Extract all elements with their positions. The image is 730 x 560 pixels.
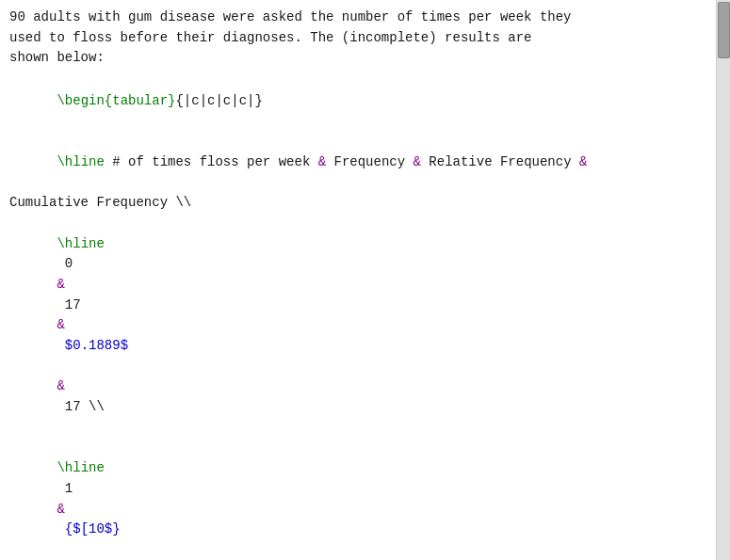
latex-begin-arg: {|c|c|c|c|} xyxy=(175,93,262,108)
hline-kw-header: \hline xyxy=(57,154,104,169)
row-0-cum: 17 \\ xyxy=(57,399,104,414)
scrollbar[interactable] xyxy=(716,0,730,560)
hline-0: \hline xyxy=(57,236,104,251)
header-col3: Relative Frequency xyxy=(421,154,579,169)
latex-hline-header: \hline # of times floss per week & Frequ… xyxy=(9,132,706,193)
row-1-freq-val: {$[10$} xyxy=(65,521,121,536)
row-1-amp1: & xyxy=(57,502,64,517)
intro-line2: used to floss before their diagnoses. Th… xyxy=(9,28,706,49)
amp2: & xyxy=(414,154,421,169)
row-0-amp3: & xyxy=(57,378,64,393)
latex-block: \begin{tabular}{|c|c|c|c|} \hline # of t… xyxy=(9,71,706,560)
row-1: \hline 1 & {$[10$} & $0.1778$ & 33 \\ xyxy=(9,438,706,560)
row-1-sp xyxy=(57,542,64,557)
row-0-amp1: & xyxy=(57,277,64,292)
content-area: 90 adults with gum disease were asked th… xyxy=(0,0,716,560)
header-col2: Frequency xyxy=(326,154,413,169)
row-0: \hline 0 & 17 & $0.1889$ & 17 \\ xyxy=(9,214,706,439)
row-0-rf xyxy=(57,338,64,353)
row-0-val: 0 xyxy=(57,256,80,271)
latex-begin: \begin{tabular}{|c|c|c|c|} xyxy=(9,71,706,132)
header-cum-freq: Cumulative Frequency \\ xyxy=(9,193,706,214)
row-1-freq-pre xyxy=(57,521,64,536)
latex-begin-keyword: \begin{tabular} xyxy=(57,93,175,108)
hline-1: \hline xyxy=(57,460,104,475)
row-0-rf-val: $0.1889$ xyxy=(65,338,128,353)
row-1-val: 1 xyxy=(57,481,80,496)
intro-line1: 90 adults with gum disease were asked th… xyxy=(9,8,706,28)
amp3: & xyxy=(579,154,587,169)
intro-line3: shown below: xyxy=(9,48,706,69)
header-col1: # of times floss per week xyxy=(105,154,318,169)
scrollbar-thumb[interactable] xyxy=(718,2,730,58)
row-0-freq: 17 xyxy=(57,297,89,312)
row-0-amp2: & xyxy=(57,317,64,332)
amp1: & xyxy=(318,154,326,169)
row-0-sp xyxy=(57,359,64,374)
